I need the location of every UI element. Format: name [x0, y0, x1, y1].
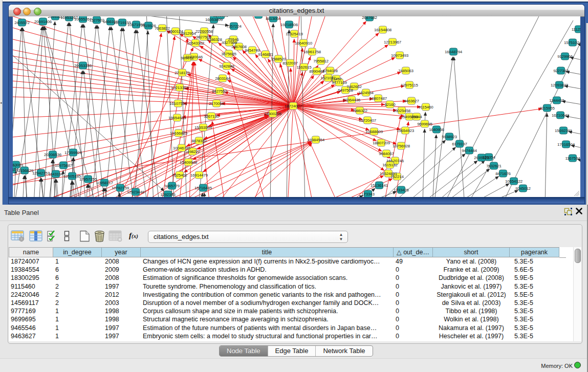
cell-short[interactable]: Franke et al. (2009): [433, 266, 510, 274]
cell-short[interactable]: Dudbridge et al. (2008): [433, 274, 510, 282]
table-row[interactable]: 946362711997Embryonic stem cells: a mode…: [9, 332, 574, 340]
cell-title[interactable]: Estimation of significance thresholds fo…: [143, 274, 394, 282]
cell-pagerank[interactable]: 5.3E‑5: [514, 324, 559, 332]
cell-year[interactable]: 1997: [105, 324, 141, 332]
network-canvas[interactable]: 2405572206914062099311169532671065526715…: [13, 16, 580, 197]
table-row[interactable]: 2242004622012Investigating the contribut…: [9, 291, 574, 299]
cell-in_degree[interactable]: 1: [55, 257, 102, 266]
cell-year[interactable]: 2008: [105, 257, 141, 266]
cell-out_de[interactable]: 0: [396, 274, 433, 282]
cell-in_degree[interactable]: 1: [55, 332, 102, 340]
cell-out_de[interactable]: 0: [396, 307, 433, 315]
left-splitter-grip-icon[interactable]: ◂: [0, 100, 2, 105]
cell-name[interactable]: 14569117: [11, 299, 53, 307]
cell-year[interactable]: 2009: [105, 266, 141, 274]
cell-in_degree[interactable]: 2: [55, 291, 102, 299]
cell-year[interactable]: 2008: [105, 274, 141, 282]
cell-title[interactable]: Investigating the contribution of common…: [143, 291, 394, 299]
cell-in_degree[interactable]: 2: [55, 282, 102, 291]
float-window-icon[interactable]: [564, 207, 573, 216]
cell-name[interactable]: 18300295: [11, 274, 53, 282]
table-row[interactable]: 969969511998Structural magnetic resonanc…: [9, 315, 574, 323]
cell-short[interactable]: Yano et al. (2008): [433, 257, 510, 266]
cell-year[interactable]: 1998: [105, 315, 141, 323]
column-header-title[interactable]: title: [141, 247, 394, 257]
table-row[interactable]: 946554611997Estimation of the future num…: [9, 324, 574, 332]
cell-name[interactable]: 18724007: [11, 257, 53, 266]
cell-pagerank[interactable]: 5.9E‑5: [514, 274, 559, 282]
cell-out_de[interactable]: 49: [396, 257, 433, 266]
table-selector-dropdown[interactable]: citations_edges.txt ▲▼: [148, 231, 348, 243]
column-header-year[interactable]: year: [102, 247, 141, 257]
cell-short[interactable]: de Silva et al. (2003): [433, 299, 510, 307]
merge-rows-icon[interactable]: [64, 230, 70, 242]
column-header-short[interactable]: short: [433, 247, 510, 257]
cell-title[interactable]: Changes of HCN gene expression and I(f) …: [143, 257, 394, 266]
cell-out_de[interactable]: 0: [396, 282, 433, 291]
cell-in_degree[interactable]: 1: [55, 324, 102, 332]
cell-pagerank[interactable]: 5.3E‑5: [514, 282, 559, 291]
delete-icon[interactable]: [94, 230, 105, 242]
cell-short[interactable]: Nakamura et al. (1997): [433, 324, 510, 332]
close-panel-icon[interactable]: [575, 207, 583, 215]
cell-name[interactable]: 22420046: [11, 291, 53, 299]
table-column-icon[interactable]: [29, 230, 42, 242]
cell-title[interactable]: Genome‑wide association studies in ADHD.: [143, 266, 394, 274]
cell-in_degree[interactable]: 6: [55, 266, 102, 274]
cell-name[interactable]: 19384554: [11, 266, 53, 274]
table-row[interactable]: 1830029562008Estimation of significance …: [9, 274, 574, 282]
column-header-name[interactable]: name: [9, 247, 53, 257]
cell-title[interactable]: Structural magnetic resonance image aver…: [143, 315, 394, 323]
table-row[interactable]: 977716911998Corpus callosum shape and si…: [9, 307, 574, 315]
table-row[interactable]: 1938455462009Genome‑wide association stu…: [9, 266, 574, 274]
column-header-in_degree[interactable]: in_degree: [53, 247, 102, 257]
cell-name[interactable]: 9777169: [11, 307, 53, 315]
cell-out_de[interactable]: 0: [396, 324, 433, 332]
cell-pagerank[interactable]: 5.5E‑5: [514, 291, 559, 299]
tab-edge-table[interactable]: Edge Table: [268, 346, 316, 356]
cell-short[interactable]: Stergiakouli et al. (2012): [433, 291, 510, 299]
cell-name[interactable]: 9115460: [11, 282, 53, 291]
scrollbar-thumb[interactable]: [575, 249, 581, 263]
table-vertical-scrollbar[interactable]: [573, 247, 581, 341]
cell-short[interactable]: Tibbo et al. (1998): [433, 307, 510, 315]
cell-pagerank[interactable]: 5.3E‑5: [514, 307, 559, 315]
cell-title[interactable]: Tourette syndrome. Phenomenology and cla…: [143, 282, 394, 291]
cell-out_de[interactable]: 0: [396, 315, 433, 323]
cell-short[interactable]: Hescheler et al. (1997): [433, 332, 510, 340]
tab-network-table[interactable]: Network Table: [316, 346, 372, 356]
cell-pagerank[interactable]: 5.3E‑5: [514, 299, 559, 307]
cell-pagerank[interactable]: 5.3E‑5: [514, 315, 559, 323]
cell-short[interactable]: Wolkin et al. (1998): [433, 315, 510, 323]
delete-table-icon[interactable]: [108, 230, 122, 242]
cell-year[interactable]: 1998: [105, 307, 141, 315]
function-builder-icon[interactable]: f(x): [129, 231, 141, 240]
cell-pagerank[interactable]: 5.3E‑5: [514, 332, 559, 340]
table-settings-icon[interactable]: [11, 230, 25, 242]
cell-name[interactable]: 9699695: [11, 315, 53, 323]
tab-node-table[interactable]: Node Table: [220, 346, 268, 356]
cell-title[interactable]: Corpus callosum shape and size in male p…: [143, 307, 394, 315]
cell-out_de[interactable]: 0: [396, 291, 433, 299]
cell-in_degree[interactable]: 2: [55, 299, 102, 307]
cell-out_de[interactable]: 0: [396, 332, 433, 340]
cell-pagerank[interactable]: 5.6E‑5: [514, 266, 559, 274]
cell-out_de[interactable]: 0: [396, 299, 433, 307]
cell-pagerank[interactable]: 5.3E‑5: [514, 257, 559, 266]
cell-in_degree[interactable]: 1: [55, 315, 102, 323]
cell-year[interactable]: 2012: [105, 291, 141, 299]
column-header-pagerank[interactable]: pagerank: [510, 247, 559, 257]
cell-title[interactable]: Disruption of a novel member of a sodium…: [143, 299, 394, 307]
table-row[interactable]: 1872400712008Changes of HCN gene express…: [9, 257, 574, 266]
cell-title[interactable]: Estimation of the future numbers of pati…: [143, 324, 394, 332]
column-header-out_de[interactable]: △ out_de…: [394, 247, 433, 257]
cell-out_de[interactable]: 0: [396, 266, 433, 274]
cell-year[interactable]: 1997: [105, 282, 141, 291]
cell-year[interactable]: 1997: [105, 332, 141, 340]
cell-in_degree[interactable]: 1: [55, 307, 102, 315]
table-row[interactable]: 911546021997Tourette syndrome. Phenomeno…: [9, 282, 574, 291]
cell-short[interactable]: Jankovic et al. (1997): [433, 282, 510, 291]
cell-title[interactable]: Embryonic stem cells: a model to study s…: [143, 332, 394, 340]
cell-in_degree[interactable]: 6: [55, 274, 102, 282]
new-document-icon[interactable]: [79, 230, 90, 242]
